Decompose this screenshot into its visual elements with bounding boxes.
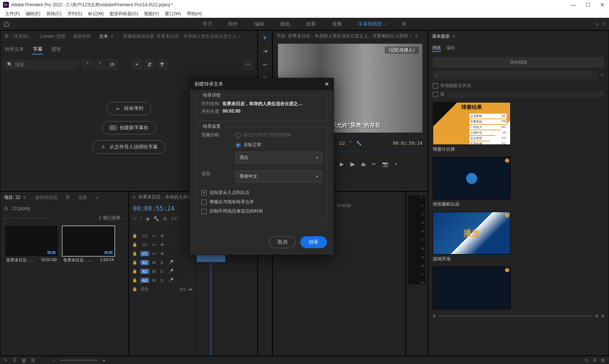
workspace-captions[interactable]: 字幕和图形≡	[355, 19, 389, 29]
extract-button[interactable]: ✂	[372, 161, 376, 167]
dialog-close-button[interactable]: ✕	[325, 81, 329, 87]
replace-button[interactable]: ⟳	[107, 59, 118, 70]
clip-a1[interactable]	[197, 255, 225, 262]
tab-info[interactable]: 信息	[77, 193, 88, 202]
link-icon[interactable]: ⌇	[140, 216, 142, 221]
track-a1[interactable]: 🔒A1MS🎤	[129, 258, 195, 267]
track-mix[interactable]: 🔒混合0.0⏮	[129, 284, 195, 293]
snap-icon[interactable]: ⌑	[134, 216, 136, 221]
menu-clip[interactable]: 剪辑(C)	[43, 10, 64, 18]
tab-project[interactable]: 项目: 22 ≡	[3, 193, 29, 202]
menu-edit[interactable]: 编辑(E)	[23, 10, 43, 18]
template-item[interactable]: 🅣播放 游戏开场	[433, 212, 604, 264]
program-tc-right[interactable]: 00:01:59:24	[393, 141, 422, 146]
workspace-assembly[interactable]: 组件	[225, 19, 241, 29]
maximize-button[interactable]: ☐	[584, 1, 592, 9]
eg-zoom-slider[interactable]	[428, 312, 609, 320]
timeline-timecode[interactable]: 00:00:55:24	[129, 203, 195, 214]
tab-essential-graphics[interactable]: 基本图形 ≡	[431, 32, 458, 41]
tab-effect-controls[interactable]: 效果控件	[72, 32, 93, 41]
close-button[interactable]: ✕	[599, 1, 606, 9]
eg-subtab-browse[interactable]: 浏览	[432, 45, 441, 52]
tab-lumetri[interactable]: Lumetri 范围	[39, 32, 66, 41]
caption-search-input[interactable]	[15, 62, 76, 67]
tab-media-browser[interactable]: 媒体浏览器	[34, 193, 59, 202]
wrench-icon[interactable]: 🔧	[356, 141, 362, 146]
bin-item[interactable]: 世界末日后，…10:01:00	[6, 226, 57, 264]
template-item[interactable]: 🅣	[433, 267, 604, 309]
workspace-editing[interactable]: 编辑	[251, 19, 267, 29]
cc-toggle-icon[interactable]: CC	[171, 216, 178, 221]
menu-help[interactable]: 帮助(H)	[184, 10, 205, 18]
transcribe-sequence-button[interactable]: ⫘ 转录序列	[107, 102, 151, 115]
track-a2[interactable]: 🔒A2MS🎤	[129, 267, 195, 275]
home-button[interactable]	[0, 21, 13, 27]
zoom-out-icon[interactable]: ○	[53, 358, 55, 363]
zoom-in-icon[interactable]: ●	[103, 358, 105, 363]
menu-graphics[interactable]: 图形和标题(G)	[107, 10, 141, 18]
transcribe-button[interactable]: 转录	[300, 236, 327, 248]
track-v3[interactable]: 🔒V3▭👁	[129, 231, 195, 240]
split-caption-button[interactable]: ⇵	[144, 59, 155, 70]
lift-button[interactable]: ⏏	[361, 161, 366, 167]
list-view-icon[interactable]: ☰	[13, 358, 17, 363]
delete-icon[interactable]: 🗑	[601, 358, 605, 363]
workspace-color[interactable]: 颜色	[277, 19, 293, 29]
check-speaker-labels[interactable]: 识别不同说话者说话的时间	[201, 208, 322, 214]
new-item-icon[interactable]: 🗎	[593, 358, 597, 363]
ripple-tool[interactable]: ⇿	[260, 60, 270, 69]
library-check[interactable]	[433, 92, 438, 97]
subtab-captions[interactable]: 字幕	[32, 45, 43, 54]
library-select[interactable]: ˅	[447, 91, 604, 98]
menu-window[interactable]: 窗口(W)	[162, 10, 184, 18]
check-in-out-only[interactable]: 仅转录从入点到出点	[201, 190, 322, 196]
marker-icon[interactable]: ◆	[146, 216, 150, 221]
caption-search[interactable]: 🔍	[4, 60, 79, 70]
fit-select[interactable]: 1/2	[339, 141, 345, 146]
mix-select[interactable]: 混合▾	[235, 152, 322, 163]
step-fwd-button[interactable]: |▶	[350, 161, 355, 167]
new-bin-icon[interactable]: 🗀	[585, 358, 589, 363]
prev-button[interactable]: ˄	[82, 59, 93, 70]
export-icon[interactable]: ⇪	[602, 21, 606, 27]
workspace-audio[interactable]: 音频	[329, 19, 345, 29]
caption-menu-button[interactable]: ⋯	[242, 59, 254, 70]
icon-view-icon[interactable]: ▦	[22, 358, 26, 363]
track-v2[interactable]: 🔒V2▭👁	[129, 240, 195, 249]
tab-library[interactable]: 库	[64, 193, 71, 202]
create-caption-track-button[interactable]: CC 创建新字幕轨	[102, 121, 156, 134]
import-caption-file-button[interactable]: ⇩ 从文件导入说明性字幕	[92, 140, 165, 154]
track-select-tool[interactable]: ⇥	[260, 46, 270, 56]
zoom-slider[interactable]	[60, 360, 97, 361]
status-icon[interactable]: ✎	[4, 358, 7, 363]
track-v1[interactable]: 🔒V1▭👁	[129, 249, 195, 258]
menu-file[interactable]: 文件(F)	[2, 10, 23, 18]
template-item[interactable]: 🅣 传统徽标出品	[433, 157, 604, 209]
export-frame-button[interactable]: 📷	[382, 161, 388, 167]
menu-sequence[interactable]: 序列(S)	[64, 10, 85, 18]
close-sequence-icon[interactable]: ×	[133, 195, 135, 200]
merge-caption-button[interactable]: ⇈	[157, 59, 168, 70]
workspace-library[interactable]: 库	[399, 19, 409, 29]
language-select[interactable]: 简体中文▾	[235, 171, 322, 182]
subtab-transcript[interactable]: 转录文本	[4, 45, 25, 54]
favorite-filter-icon[interactable]: ☆	[600, 72, 604, 77]
selection-tool[interactable]	[260, 33, 270, 43]
check-merge-existing[interactable]: 将输出与现有转录合并	[201, 199, 322, 205]
eg-search-input[interactable]: ⌕	[433, 71, 598, 79]
menu-markers[interactable]: 标记(M)	[85, 10, 107, 18]
freeform-view-icon[interactable]: ⊞	[31, 358, 35, 363]
audio-meter[interactable]: 0 -6 -12 -18 -24 -30 -36 -42 -48 -∞ dB	[408, 196, 425, 284]
settings-icon[interactable]: ⚙	[163, 216, 167, 221]
radio-audio-track[interactable]: 音轨正常:	[235, 142, 322, 148]
radio-dialog-clips[interactable]: 标记为"对话"的音频剪辑	[235, 132, 322, 138]
local-templates-check[interactable]	[433, 83, 438, 89]
next-button[interactable]: ˅	[94, 59, 106, 70]
workspace-overflow[interactable]: »	[596, 21, 599, 27]
bin-item[interactable]: 世界末日后，…1:59:24	[63, 226, 114, 264]
my-templates-button[interactable]: 我的模板	[433, 57, 604, 68]
tab-audio-mixer[interactable]: 音频剪辑混合器: 世界末日后，幸存的人类生活在云层之上！	[121, 32, 242, 41]
wrench-icon[interactable]: 🔧	[153, 216, 159, 221]
eg-subtab-edit[interactable]: 编辑	[446, 45, 455, 52]
play-button[interactable]: ▶	[340, 161, 344, 167]
